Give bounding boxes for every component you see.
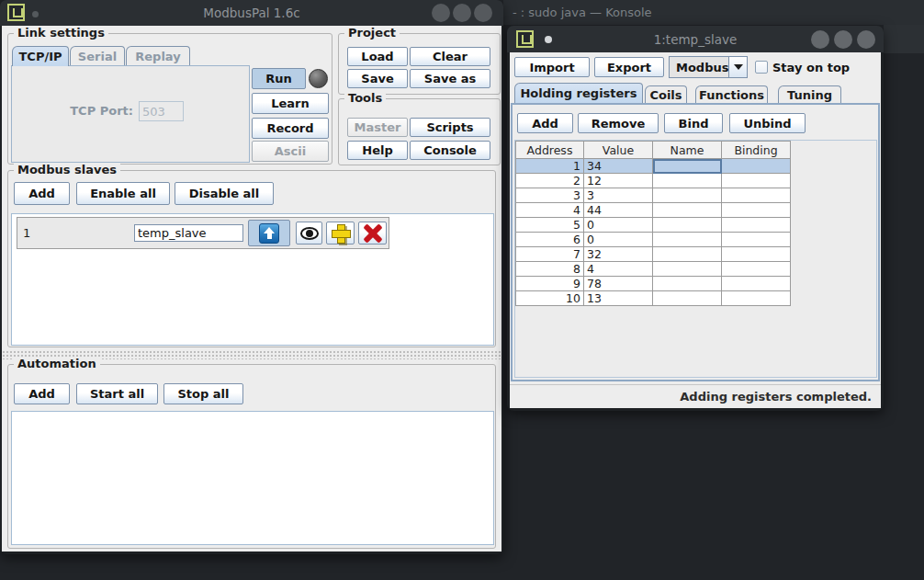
maximize-button[interactable] (453, 4, 471, 22)
table-row[interactable]: 8 4 (516, 262, 791, 277)
table-row[interactable]: 1 34 (516, 159, 791, 174)
cell-binding[interactable] (722, 218, 791, 233)
clear-button[interactable]: Clear (410, 47, 490, 66)
slave-duplicate-button[interactable] (326, 222, 355, 245)
cell-value[interactable]: 78 (584, 277, 653, 291)
cell-value[interactable]: 0 (584, 218, 653, 233)
tab-tcpip[interactable]: TCP/IP (12, 46, 69, 66)
cell-binding[interactable] (722, 203, 791, 218)
disable-all-button[interactable]: Disable all (175, 182, 274, 205)
save-button[interactable]: Save (347, 69, 408, 88)
enable-all-button[interactable]: Enable all (76, 182, 170, 205)
export-button[interactable]: Export (594, 57, 664, 77)
save-as-button[interactable]: Save as (410, 69, 490, 88)
cell-binding[interactable] (722, 277, 791, 291)
slave-view-button[interactable] (296, 222, 322, 245)
cell-name[interactable] (653, 277, 722, 291)
master-button[interactable]: Master (347, 118, 408, 137)
tab-holding-registers[interactable]: Holding registers (514, 83, 643, 103)
table-row[interactable]: 2 12 (516, 174, 791, 188)
minimize-button[interactable] (811, 30, 829, 49)
add-automation-button[interactable]: Add (14, 383, 70, 404)
run-button[interactable]: Run (252, 68, 306, 89)
ascii-button[interactable]: Ascii (252, 141, 329, 162)
slave-enabled-toggle[interactable] (248, 220, 290, 246)
close-button[interactable] (474, 4, 492, 22)
automation-list[interactable] (11, 411, 494, 545)
tcp-port-input[interactable] (139, 101, 184, 121)
scripts-button[interactable]: Scripts (410, 118, 490, 137)
cell-value[interactable]: 3 (584, 188, 653, 203)
registers-table[interactable]: Address Value Name Binding 1 34 (515, 141, 791, 306)
close-button[interactable] (857, 30, 875, 49)
cell-address[interactable]: 5 (516, 218, 584, 233)
table-row[interactable]: 6 0 (516, 233, 791, 247)
cell-value[interactable]: 32 (584, 247, 653, 262)
tab-tuning[interactable]: Tuning (778, 85, 841, 103)
cell-name[interactable] (653, 247, 722, 262)
column-header-binding[interactable]: Binding (722, 142, 791, 159)
cell-binding[interactable] (722, 188, 791, 203)
table-row[interactable]: 4 44 (516, 203, 791, 218)
record-button[interactable]: Record (252, 118, 329, 139)
cell-address[interactable]: 7 (516, 247, 584, 262)
cell-address[interactable]: 3 (516, 188, 584, 203)
tab-replay[interactable]: Replay (126, 46, 190, 65)
cell-name[interactable] (653, 218, 722, 233)
unbind-button[interactable]: Unbind (729, 113, 806, 133)
cell-address[interactable]: 9 (516, 277, 584, 291)
cell-binding[interactable] (722, 262, 791, 277)
registers-scrollpane[interactable]: Address Value Name Binding 1 34 (514, 140, 877, 378)
cell-address[interactable]: 8 (516, 262, 584, 277)
import-button[interactable]: Import (514, 57, 590, 77)
slave-delete-button[interactable] (358, 222, 387, 245)
add-slave-button[interactable]: Add (14, 182, 70, 205)
table-row[interactable]: 3 3 (516, 188, 791, 203)
cell-value[interactable]: 12 (584, 174, 653, 188)
column-header-value[interactable]: Value (584, 142, 653, 159)
tab-coils[interactable]: Coils (645, 85, 687, 103)
load-button[interactable]: Load (347, 47, 408, 66)
console-button[interactable]: Console (410, 141, 490, 160)
cell-name[interactable] (653, 159, 722, 174)
cell-name[interactable] (653, 174, 722, 188)
remove-register-button[interactable]: Remove (578, 113, 659, 133)
cell-binding[interactable] (722, 174, 791, 188)
maximize-button[interactable] (834, 30, 852, 49)
minimize-button[interactable] (432, 4, 450, 22)
table-row[interactable]: 10 13 (516, 291, 791, 306)
cell-name[interactable] (653, 291, 722, 306)
slaves-list[interactable]: 1 (11, 213, 494, 346)
tab-serial[interactable]: Serial (70, 46, 125, 65)
column-header-name[interactable]: Name (653, 142, 722, 159)
start-all-button[interactable]: Start all (76, 383, 158, 404)
add-register-button[interactable]: Add (517, 113, 573, 133)
modbuspal-titlebar[interactable]: ModbusPal 1.6c (0, 0, 503, 26)
cell-value[interactable]: 44 (584, 203, 653, 218)
temp-slave-titlebar[interactable]: 1:temp_slave (507, 26, 884, 52)
cell-address[interactable]: 2 (516, 174, 584, 188)
combobox-dropdown-button[interactable] (728, 57, 747, 77)
learn-button[interactable]: Learn (252, 93, 329, 114)
cell-binding[interactable] (722, 247, 791, 262)
table-row[interactable]: 5 0 (516, 218, 791, 233)
cell-value[interactable]: 0 (584, 233, 653, 247)
slave-name-input[interactable] (134, 224, 243, 242)
cell-binding[interactable] (722, 291, 791, 306)
tab-functions[interactable]: Functions (695, 85, 768, 103)
table-row[interactable]: 7 32 (516, 247, 791, 262)
stay-on-top-checkbox[interactable] (755, 61, 768, 74)
cell-name[interactable] (653, 203, 722, 218)
help-button[interactable]: Help (347, 141, 408, 160)
column-header-address[interactable]: Address (516, 142, 584, 159)
cell-value[interactable]: 34 (584, 159, 653, 174)
cell-name[interactable] (653, 233, 722, 247)
stop-all-button[interactable]: Stop all (163, 383, 243, 404)
cell-value[interactable]: 4 (584, 262, 653, 277)
protocol-combobox[interactable]: Modbus (669, 56, 748, 78)
cell-name[interactable] (653, 188, 722, 203)
cell-address[interactable]: 4 (516, 203, 584, 218)
cell-name[interactable] (653, 262, 722, 277)
bind-button[interactable]: Bind (664, 113, 723, 133)
cell-address[interactable]: 1 (516, 159, 584, 174)
